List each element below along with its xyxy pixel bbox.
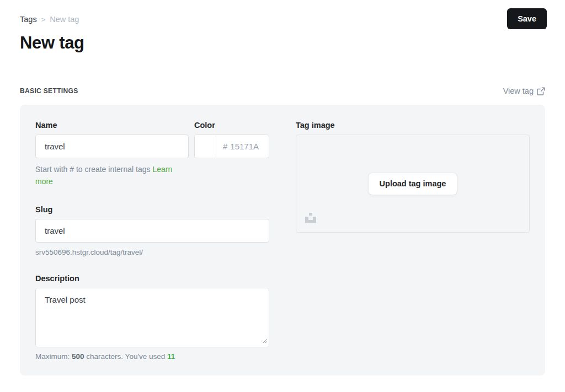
description-counter: Maximum: 500 characters. You've used 11	[35, 352, 269, 361]
name-helper: Start with # to create internal tags Lea…	[35, 164, 189, 187]
breadcrumb: Tags > New tag	[20, 0, 545, 24]
description-textarea[interactable]: Travel post	[35, 288, 269, 347]
page-title: New tag	[20, 33, 545, 53]
slug-url-preview: srv550696.hstgr.cloud/tag/travel/	[35, 248, 269, 256]
color-swatch[interactable]	[195, 135, 216, 158]
counter-prefix: Maximum:	[35, 352, 70, 361]
tag-settings-page: Tags > New tag Save New tag BASIC SETTIN…	[0, 0, 565, 375]
name-field-group: Name Start with # to create internal tag…	[35, 121, 189, 187]
counter-middle: characters. You've used	[86, 352, 165, 361]
color-label: Color	[194, 121, 269, 130]
left-column: Name Start with # to create internal tag…	[35, 121, 269, 361]
basic-settings-card: Name Start with # to create internal tag…	[20, 105, 545, 375]
description-label: Description	[35, 274, 269, 283]
tag-image-label: Tag image	[296, 121, 530, 130]
section-title: BASIC SETTINGS	[20, 87, 78, 95]
color-hash-prefix: #	[223, 142, 227, 151]
tag-image-field-group: Tag image Upload tag image	[296, 121, 530, 233]
name-helper-text: Start with # to create internal tags	[35, 165, 151, 174]
counter-used: 11	[167, 352, 175, 361]
slug-input[interactable]	[35, 219, 269, 243]
view-tag-link[interactable]: View tag	[503, 87, 545, 95]
slug-label: Slug	[35, 205, 269, 214]
color-input[interactable]	[230, 142, 269, 151]
color-field-group: Color #	[194, 121, 269, 187]
description-field-group: Description Travel post Maximum: 500 cha…	[35, 274, 269, 361]
upload-tag-image-button[interactable]: Upload tag image	[369, 173, 457, 195]
slug-field-group: Slug srv550696.hstgr.cloud/tag/travel/	[35, 205, 269, 256]
right-column: Tag image Upload tag image	[296, 121, 530, 361]
name-input[interactable]	[35, 135, 189, 158]
view-tag-label: View tag	[503, 87, 534, 95]
name-color-row: Name Start with # to create internal tag…	[35, 121, 269, 187]
color-input-wrap: #	[194, 135, 269, 158]
save-button[interactable]: Save	[507, 8, 547, 29]
breadcrumb-tags-link[interactable]: Tags	[20, 15, 37, 24]
description-textarea-wrap: Travel post	[35, 288, 269, 347]
external-link-icon	[537, 87, 545, 95]
image-upload-icon	[305, 213, 316, 225]
tag-image-upload-area[interactable]: Upload tag image	[296, 135, 530, 233]
name-label: Name	[35, 121, 189, 130]
breadcrumb-current: New tag	[50, 15, 79, 24]
breadcrumb-separator: >	[41, 15, 46, 24]
section-header: BASIC SETTINGS View tag	[20, 87, 545, 95]
color-entry: #	[216, 135, 269, 158]
counter-max: 500	[72, 352, 84, 361]
